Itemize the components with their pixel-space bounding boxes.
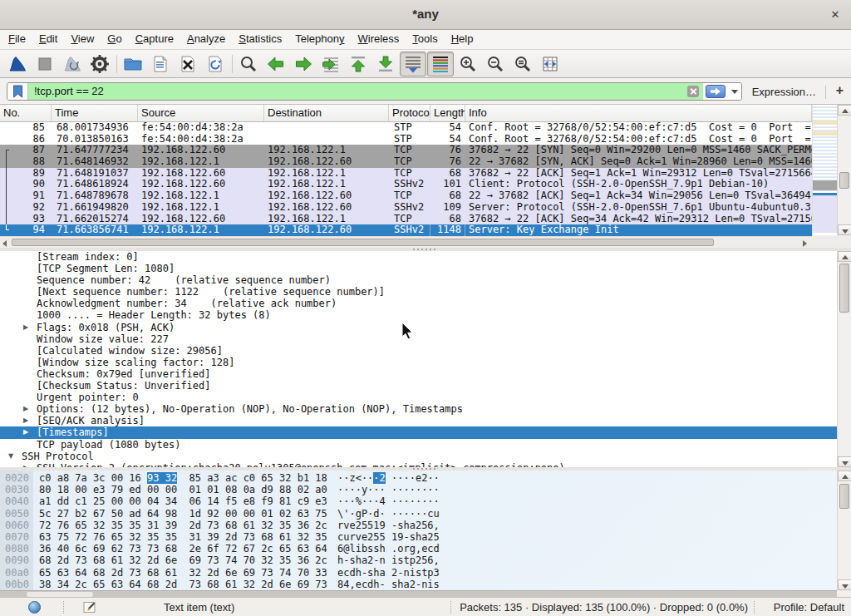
packet-row-85[interactable]: 8568.001734936fe:54:00:d4:38:2aSTP54Conf… xyxy=(0,122,812,134)
packet-list-vscrollbar[interactable] xyxy=(837,105,851,235)
expand-icon[interactable]: ▶ xyxy=(23,415,28,426)
packet-list-hscrollbar[interactable] xyxy=(0,236,812,248)
detail-line[interactable]: ▶Options: (12 bytes), No-Operation (NOP)… xyxy=(0,403,851,415)
menu-statistics[interactable]: Statistics xyxy=(232,30,288,48)
detail-line[interactable]: Urgent pointer: 0 xyxy=(0,392,851,403)
hex-row-0050[interactable]: 00505c 27 b2 67 50 ad 64 98 1d 92 00 00 … xyxy=(0,508,837,520)
expand-icon[interactable]: ▶ xyxy=(23,322,28,333)
detail-line[interactable]: ▼SSH Protocol xyxy=(0,451,851,462)
column-header-time[interactable]: Time xyxy=(52,105,138,122)
hex-row-0030[interactable]: 003080 18 00 e3 79 ed 00 00 01 01 08 0a … xyxy=(0,484,837,495)
collapse-icon[interactable]: ▼ xyxy=(8,451,13,462)
capture-comment-icon[interactable] xyxy=(83,600,97,616)
column-header-no[interactable]: No. xyxy=(0,105,52,122)
expand-icon[interactable]: ▶ xyxy=(23,403,28,415)
menu-analyze[interactable]: Analyze xyxy=(180,30,232,48)
scroll-left-icon[interactable] xyxy=(2,240,7,247)
filter-value[interactable]: !tcp.port == 22 xyxy=(28,83,683,100)
resize-columns-button[interactable] xyxy=(537,52,563,76)
go-first-packet-button[interactable] xyxy=(345,52,371,76)
detail-line[interactable]: [TCP Segment Len: 1080] xyxy=(0,263,851,274)
scroll-down-icon[interactable] xyxy=(838,456,851,467)
vscroll-thumb[interactable] xyxy=(839,484,849,509)
details-vscrollbar[interactable] xyxy=(837,251,851,467)
detail-line[interactable]: [Next sequence number: 1122 (relative se… xyxy=(0,286,851,298)
packet-row-89[interactable]: 8971.648191037192.168.122.60192.168.122.… xyxy=(0,168,812,180)
packet-row-94[interactable]: 9471.663856741192.168.122.1192.168.122.6… xyxy=(0,224,812,236)
hex-vscrollbar[interactable] xyxy=(837,471,851,590)
zoom-in-button[interactable] xyxy=(455,52,481,76)
menu-view[interactable]: View xyxy=(64,30,101,48)
stop-capture-button[interactable] xyxy=(32,52,58,76)
column-header-protocol[interactable]: Protocol xyxy=(389,105,430,122)
menu-capture[interactable]: Capture xyxy=(129,30,180,48)
apply-filter-button[interactable] xyxy=(703,83,728,100)
clear-filter-icon[interactable] xyxy=(683,83,703,100)
column-header-length[interactable]: Length xyxy=(430,105,465,122)
hex-row-0080[interactable]: 008036 40 6c 69 62 73 73 68 2e 6f 72 67 … xyxy=(0,543,837,554)
detail-line[interactable]: [Calculated window size: 29056] xyxy=(0,345,851,357)
detail-line[interactable]: [Stream index: 0] xyxy=(0,251,851,263)
expert-info-icon[interactable] xyxy=(28,601,41,614)
scroll-right-icon[interactable] xyxy=(803,240,807,247)
packet-row-91[interactable]: 9171.648789678192.168.122.1192.168.122.6… xyxy=(0,190,812,202)
packet-minimap[interactable] xyxy=(812,105,837,235)
hex-row-0060[interactable]: 006072 76 65 32 35 35 31 39 2d 73 68 61 … xyxy=(0,520,837,531)
go-last-packet-button[interactable] xyxy=(372,52,399,76)
packet-row-88[interactable]: 8871.648146932192.168.122.1192.168.122.6… xyxy=(0,156,812,168)
detail-line[interactable]: ▶Flags: 0x018 (PSH, ACK) xyxy=(0,322,851,333)
scroll-up-icon[interactable] xyxy=(838,251,851,262)
go-to-packet-button[interactable] xyxy=(317,52,344,76)
close-file-button[interactable] xyxy=(175,52,201,76)
vscroll-thumb[interactable] xyxy=(839,264,849,313)
menu-wireless[interactable]: Wireless xyxy=(352,30,406,48)
detail-line[interactable]: TCP payload (1080 bytes) xyxy=(0,439,851,451)
vscroll-thumb[interactable] xyxy=(839,172,849,189)
menu-telephony[interactable]: Telephony xyxy=(288,30,351,48)
hscroll-thumb[interactable] xyxy=(12,239,714,246)
hex-row-0090[interactable]: 009068 2d 73 68 61 32 2d 6e 69 73 74 70 … xyxy=(0,554,837,566)
find-packet-button[interactable] xyxy=(235,52,262,76)
scroll-up-icon[interactable] xyxy=(838,105,851,116)
scroll-down-icon[interactable] xyxy=(838,579,851,590)
menu-go[interactable]: Go xyxy=(101,30,128,48)
detail-line[interactable]: ▶[SEQ/ACK analysis] xyxy=(0,415,851,426)
detail-line[interactable]: [Window size scaling factor: 128] xyxy=(0,357,851,368)
packet-row-90[interactable]: 9071.648618924192.168.122.60192.168.122.… xyxy=(0,179,812,190)
expand-icon[interactable]: ▶ xyxy=(23,426,28,438)
colorize-toggle[interactable] xyxy=(427,52,454,76)
detail-line[interactable]: ▶[Timestamps] xyxy=(0,426,851,438)
hex-row-00a0[interactable]: 00a065 63 64 68 2d 73 68 61 32 2d 6e 69 … xyxy=(0,567,837,579)
column-header-destination[interactable]: Destination xyxy=(264,105,389,122)
reload-file-button[interactable] xyxy=(202,52,229,76)
zoom-out-button[interactable] xyxy=(482,52,509,76)
menu-help[interactable]: Help xyxy=(445,30,480,48)
auto-scroll-toggle[interactable] xyxy=(400,52,426,76)
filter-dropdown-caret[interactable] xyxy=(728,83,741,100)
detail-line[interactable]: [Checksum Status: Unverified] xyxy=(0,380,851,392)
filter-input[interactable]: !tcp.port == 22 xyxy=(7,82,742,101)
packet-row-87[interactable]: 8771.647777234192.168.122.60192.168.122.… xyxy=(0,145,812,156)
scroll-up-icon[interactable] xyxy=(838,471,851,481)
menu-file[interactable]: File xyxy=(2,30,32,48)
hex-hscrollbar[interactable] xyxy=(0,590,837,597)
detail-line[interactable]: 1000 .... = Header Length: 32 bytes (8) xyxy=(0,309,851,321)
hex-row-0020[interactable]: 0020c0 a8 7a 3c 00 16 93 32 85 a3 ac c0 … xyxy=(0,472,837,484)
hex-row-0040[interactable]: 0040a1 dd c1 25 00 00 04 34 06 14 f5 e8 … xyxy=(0,495,837,507)
close-icon[interactable]: ✕ xyxy=(828,7,843,22)
start-capture-button[interactable] xyxy=(4,52,31,76)
detail-line[interactable]: Window size value: 227 xyxy=(0,333,851,345)
zoom-original-button[interactable] xyxy=(509,52,536,76)
hex-row-00b0[interactable]: 00b038 34 2c 65 63 64 68 2d 73 68 61 32 … xyxy=(0,579,837,590)
expression-button[interactable]: Expression… xyxy=(752,86,816,98)
restart-capture-button[interactable] xyxy=(59,52,86,76)
column-header-source[interactable]: Source xyxy=(138,105,264,122)
packet-row-93[interactable]: 9371.662015274192.168.122.60192.168.122.… xyxy=(0,214,812,225)
add-filter-button[interactable]: + xyxy=(836,83,844,98)
detail-line[interactable]: Sequence number: 42 (relative sequence n… xyxy=(0,274,851,286)
detail-line[interactable]: Acknowledgment number: 34 (relative ack … xyxy=(0,298,851,309)
scroll-down-icon[interactable] xyxy=(838,224,851,235)
packet-row-86[interactable]: 8670.013850163fe:54:00:d4:38:2aSTP54Conf… xyxy=(0,134,812,145)
packet-row-92[interactable]: 9271.661949820192.168.122.1192.168.122.6… xyxy=(0,202,812,214)
bookmark-icon[interactable] xyxy=(7,83,28,100)
